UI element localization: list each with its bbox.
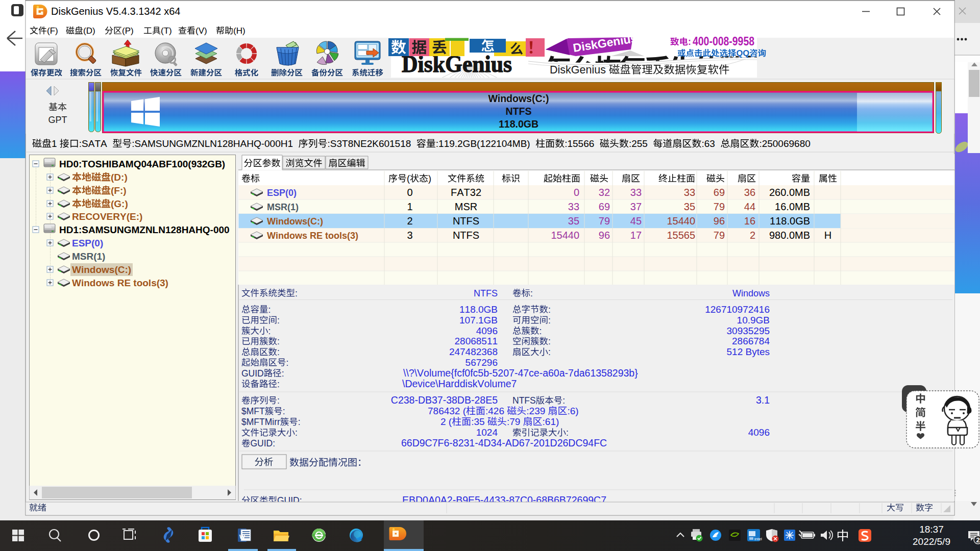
svg-text:Windows RE tools(3): Windows RE tools(3) [72,278,168,288]
svg-text:15440: 15440 [551,230,579,241]
svg-text:118.0GB: 118.0GB [459,304,498,315]
svg-text::6): :6) [568,406,579,416]
svg-text:247482368: 247482368 [449,346,498,357]
svg-text:(D): (D) [83,26,95,36]
svg-text:Windows(C:): Windows(C:) [267,216,323,227]
svg-text:79: 79 [714,230,725,241]
svg-text:69: 69 [714,187,725,198]
svg-text::: : [277,395,280,406]
svg-text::: : [277,315,280,325]
svg-text:16.0MB: 16.0MB [775,201,810,212]
svg-text:RECOVERY(E:): RECOVERY(E:) [72,211,142,222]
svg-text:QQ: QQ [737,48,750,58]
svg-text:DiskGenius V5.4.3.1342 x64: DiskGenius V5.4.3.1342 x64 [51,6,181,17]
svg-text::: : [268,305,271,315]
svg-text:(D:): (D:) [111,172,128,183]
svg-text:4096: 4096 [748,427,770,438]
svg-text:Windows RE tools(3): Windows RE tools(3) [267,231,358,241]
svg-text::119.2GB(122104MB): :119.2GB(122104MB) [436,138,530,149]
svg-text::: : [548,347,551,357]
svg-text:400-008-9958: 400-008-9958 [693,34,754,48]
svg-text:45: 45 [630,215,642,227]
svg-text:4096: 4096 [476,325,498,336]
svg-text:DiskGenius: DiskGenius [550,64,606,76]
svg-text:H: H [824,230,831,241]
svg-text:107.1GB: 107.1GB [459,315,498,325]
svg-text:(: ( [407,173,410,184]
svg-text::: : [298,417,301,427]
svg-text:96: 96 [714,215,725,227]
svg-text:ESP(0): ESP(0) [72,238,103,248]
svg-text:ESP(0): ESP(0) [267,188,297,198]
svg-text:(F): (F) [47,26,58,36]
svg-text:118.0GB: 118.0GB [770,215,810,227]
svg-text:17: 17 [630,230,642,241]
svg-text::: : [283,406,285,416]
svg-text:2: 2 [750,230,755,241]
svg-text:512 Bytes: 512 Bytes [727,346,770,357]
svg-text:(H): (H) [233,26,246,36]
svg-text::: : [286,358,289,368]
svg-text:(F:): (F:) [111,185,127,196]
svg-text:28068511: 28068511 [455,336,498,346]
svg-text:980.0MB: 980.0MB [769,230,810,241]
svg-text:3.1: 3.1 [756,394,770,406]
svg-text::: : [282,368,284,379]
svg-text::: : [268,326,271,336]
svg-text:18:37: 18:37 [919,524,944,535]
svg-text:0: 0 [407,187,412,198]
svg-text::: : [295,288,298,298]
svg-text:\Device\HarddiskVolume7: \Device\HarddiskVolume7 [402,378,517,389]
svg-text::: : [566,428,569,438]
svg-text:Windows(C:): Windows(C:) [72,264,131,275]
svg-text:1: 1 [407,201,412,212]
svg-text:Windows: Windows [732,288,770,298]
svg-text:69: 69 [599,201,610,212]
svg-text::: : [688,37,691,47]
svg-text:\\?\Volume{fcf0fc5b-5207-47ce-: \\?\Volume{fcf0fc5b-5207-47ce-a60a-7da61… [403,367,638,379]
svg-text:2 (: 2 ( [440,416,452,427]
svg-text:0: 0 [574,187,579,198]
svg-text::S3T8NE2K601518: :S3T8NE2K601518 [328,138,411,149]
svg-text:567296: 567296 [465,357,498,368]
svg-text::250069680: :250069680 [759,138,810,149]
svg-text:Windows(C:): Windows(C:) [488,93,549,104]
svg-text:2: 2 [976,536,979,544]
svg-text:15565: 15565 [667,230,695,241]
svg-text::: : [277,336,280,346]
svg-text:15440: 15440 [667,215,695,227]
svg-text:79: 79 [714,201,725,212]
svg-text::: : [540,326,542,336]
svg-text:36: 36 [744,187,755,198]
svg-text:16: 16 [744,215,755,227]
svg-text:33: 33 [630,187,642,198]
svg-text:FAT32: FAT32 [451,187,481,198]
svg-text:(T): (T) [161,26,172,36]
svg-text:32: 32 [599,187,610,198]
svg-text:2: 2 [407,215,412,227]
svg-text:HD1:SAMSUNGMZNLN128HAHQ-000: HD1:SAMSUNGMZNLN128HAHQ-000 [59,224,230,235]
svg-text::426: :426 [485,406,504,416]
svg-text::: : [548,315,551,325]
svg-text::79: :79 [507,416,520,427]
svg-text::255: :255 [629,138,648,149]
svg-text:GUID: GUID [241,368,264,379]
svg-text:w: w [239,532,245,540]
svg-text:35: 35 [568,215,579,227]
svg-text:30935295: 30935295 [727,325,770,336]
svg-text:44: 44 [744,201,755,212]
svg-text:NTFS: NTFS [506,106,532,117]
svg-text:MSR(1): MSR(1) [267,202,299,212]
svg-text:NTFS: NTFS [512,395,536,406]
svg-text:33: 33 [568,201,579,212]
svg-text::35: :35 [471,416,484,427]
svg-text:1024: 1024 [476,427,498,438]
svg-text:2866784: 2866784 [732,336,770,346]
svg-text::: : [277,379,280,389]
svg-text::: : [530,288,533,298]
svg-text:intel: intel [754,537,762,541]
svg-text:33: 33 [684,187,695,198]
svg-text:118.0GB: 118.0GB [499,118,538,130]
svg-text:$MFT: $MFT [241,406,265,416]
svg-text::61): :61) [543,416,559,427]
